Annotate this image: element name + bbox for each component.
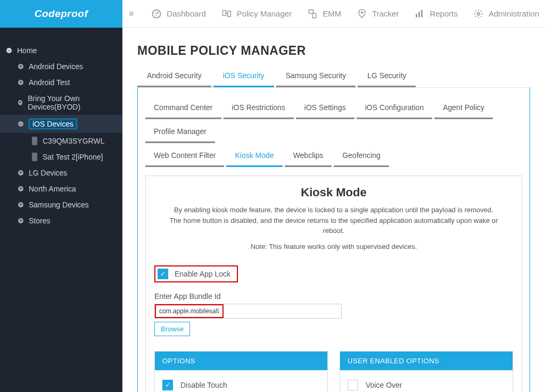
tab-samsung-security[interactable]: Samsung Security [276,65,356,87]
options-header: OPTIONS [155,352,327,370]
collapse-icon[interactable]: – [6,48,12,53]
svg-rect-9 [312,13,316,18]
sidebar-device-item[interactable]: C39QM3SYGRWL [0,133,122,149]
phone-icon [32,153,37,161]
bundle-id-label: Enter App Bundle Id [154,292,513,301]
sidebar-item-label: Stores [29,216,50,225]
subtab-webclips[interactable]: Webclips [285,145,332,167]
option-label: Voice Over [366,381,402,389]
subtab-ios-configuration[interactable]: iOS Configuration [357,97,433,119]
topnav-policy-manager[interactable]: Policy Manager [221,8,292,20]
topnav-tracker[interactable]: Tracker [356,8,399,20]
sidebar-item-home[interactable]: – Home [0,43,122,59]
topnav-dashboard[interactable]: Dashboard [151,8,205,20]
kiosk-note: Note: This feature works only with super… [154,243,513,251]
svg-rect-11 [416,14,418,18]
expand-icon[interactable]: + [18,80,23,85]
sidebar-item-north-america[interactable]: + North America [0,181,122,197]
subtab-geofencing[interactable]: Geofencing [334,145,389,167]
browse-button[interactable]: Browse [154,322,190,336]
options-row: OPTIONS ✓ Disable Touch ✓ Disable Device… [154,351,513,393]
user-options-column: USER ENABLED OPTIONS Voice Over Zoom [340,351,513,393]
sidebar-item-label: Sat Test 2[iPhone] [43,153,103,161]
enable-app-lock-row: ✓ Enable App Lock [154,265,238,282]
tab-ios-security[interactable]: iOS Security [213,65,274,87]
enable-app-lock-label: Enable App Lock [175,270,230,278]
sidebar-item-label: Bring Your Own Devices(BYOD) [28,94,116,111]
sidebar-item-byod[interactable]: + Bring Your Own Devices(BYOD) [0,90,122,115]
subtab-ios-settings[interactable]: iOS Settings [296,97,354,119]
menu-icon[interactable]: ≡ [127,9,136,19]
svg-point-1 [155,12,156,13]
enable-app-lock-checkbox[interactable]: ✓ [158,269,168,279]
kiosk-mode-block: Kiosk Mode By enabling kiosk mode featur… [145,176,522,392]
sidebar-item-stores[interactable]: + Stores [0,213,122,229]
ios-security-panel: Command Center iOS Restrictions iOS Sett… [137,88,530,392]
kiosk-title: Kiosk Mode [154,186,513,199]
platform-tabs: Android Security iOS Security Samsung Se… [137,65,530,88]
expand-icon[interactable]: + [18,202,23,207]
gear-icon [473,8,484,20]
svg-rect-6 [227,11,230,16]
sidebar-item-label: iOS Devices [29,119,77,129]
sidebar: Codeproof – Home + Android Devices + And… [0,0,122,392]
user-options-header: USER ENABLED OPTIONS [340,352,513,370]
bundle-id-highlight [155,304,224,318]
bundle-id-field-wrap [154,304,342,319]
sidebar-item-lg-devices[interactable]: + LG Devices [0,165,122,181]
bundle-id-input[interactable] [156,305,222,317]
topnav-administration[interactable]: Administration [473,8,539,20]
expand-icon[interactable]: + [18,186,23,191]
svg-rect-12 [419,11,420,17]
option-disable-touch: ✓ Disable Touch [162,380,320,390]
collapse-icon[interactable]: – [18,121,23,127]
expand-icon[interactable]: + [18,100,22,105]
sub-tabs: Command Center iOS Restrictions iOS Sett… [145,97,522,169]
sidebar-item-label: Home [17,46,37,55]
sidebar-device-item[interactable]: Sat Test 2[iPhone] [0,149,122,165]
topnav-reports[interactable]: Reports [414,8,458,20]
sidebar-item-label: North America [29,185,76,193]
topnav-label: Administration [489,9,539,18]
svg-point-10 [361,11,363,13]
option-checkbox[interactable]: ✓ [162,380,173,390]
subtab-command-center[interactable]: Command Center [145,97,221,119]
topnav-label: Reports [430,9,458,18]
sidebar-item-android-test[interactable]: + Android Test [0,74,122,90]
main-area: ≡ Dashboard Policy Manager EMM [122,0,545,392]
topnav-label: Tracker [372,9,399,18]
option-checkbox[interactable] [348,380,358,390]
sidebar-item-label: C39QM3SYGRWL [43,137,104,145]
tracker-icon [356,8,368,20]
svg-rect-5 [222,10,226,15]
expand-icon[interactable]: + [18,218,23,223]
topnav-label: Dashboard [167,9,205,18]
svg-point-14 [477,12,480,15]
reports-icon [414,8,425,20]
svg-rect-13 [422,10,423,17]
subtab-profile-manager[interactable]: Profile Manager [145,121,215,143]
topnav: ≡ Dashboard Policy Manager EMM [122,0,545,28]
subtab-kiosk-mode[interactable]: Kiosk Mode [226,145,282,167]
topnav-label: Policy Manager [237,9,292,18]
page-title: MOBILE POLICY MANAGER [137,44,530,58]
sidebar-item-android-devices[interactable]: + Android Devices [0,59,122,74]
emm-icon [307,8,318,20]
policy-icon [221,8,233,20]
topnav-emm[interactable]: EMM [307,8,341,20]
sidebar-item-label: Android Test [29,78,70,87]
subtab-agent-policy[interactable]: Agent Policy [434,97,493,119]
tab-android-security[interactable]: Android Security [137,65,211,87]
dashboard-icon [151,8,162,20]
sidebar-item-samsung-devices[interactable]: + Samsung Devices [0,197,122,213]
subtab-web-content-filter[interactable]: Web Content Filter [145,145,224,167]
option-label: Disable Touch [180,381,227,389]
options-column: OPTIONS ✓ Disable Touch ✓ Disable Device… [154,351,328,393]
expand-icon[interactable]: + [18,170,23,176]
tab-lg-security[interactable]: LG Security [358,65,416,87]
svg-point-3 [156,14,157,15]
subtab-ios-restrictions[interactable]: iOS Restrictions [224,97,294,119]
sidebar-item-ios-devices[interactable]: – iOS Devices [0,115,122,133]
sidebar-item-label: Samsung Devices [29,201,89,209]
expand-icon[interactable]: + [18,64,23,69]
